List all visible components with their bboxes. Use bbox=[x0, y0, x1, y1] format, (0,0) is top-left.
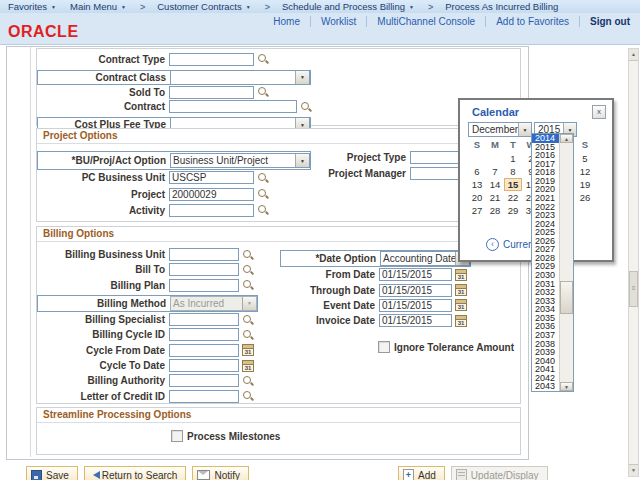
scroll-up-icon[interactable] bbox=[629, 49, 638, 61]
header-link[interactable]: Worklist bbox=[310, 16, 366, 27]
breadcrumb-item[interactable]: > Favorites ▼ bbox=[8, 1, 56, 12]
scrollbar-thumb[interactable] bbox=[629, 271, 638, 307]
breadcrumb-item[interactable]: > Schedule and Process Billing ▼ bbox=[265, 1, 414, 12]
calendar-day[interactable]: 28 bbox=[486, 204, 504, 217]
field-label: Letter of Credit ID bbox=[37, 391, 165, 402]
text-input[interactable] bbox=[169, 279, 239, 292]
calendar-day[interactable]: 19 bbox=[576, 178, 594, 191]
calendar-day[interactable]: 26 bbox=[576, 191, 594, 204]
dropdown[interactable]: As Incurred▼ bbox=[170, 296, 257, 311]
text-input[interactable] bbox=[169, 100, 297, 113]
text-input[interactable] bbox=[169, 359, 239, 372]
form-row: Letter of Credit ID ▼ bbox=[37, 389, 520, 404]
scroll-down-icon[interactable] bbox=[629, 464, 638, 476]
calendar-day[interactable]: 29 bbox=[504, 204, 522, 217]
field-label: *Date Option bbox=[281, 253, 376, 264]
sign-out-link[interactable]: Sign out bbox=[579, 16, 636, 27]
calendar-day[interactable]: 13 bbox=[468, 178, 486, 191]
text-input[interactable]: 20000029 bbox=[169, 188, 254, 201]
calendar-prompt-icon[interactable] bbox=[242, 344, 254, 356]
calendar-day[interactable]: 14 bbox=[486, 178, 504, 191]
project-options-groupbox: Project Options *BU/Proj/Act Option Busi… bbox=[36, 128, 521, 222]
text-input[interactable] bbox=[169, 328, 239, 341]
text-input[interactable] bbox=[169, 390, 239, 403]
process-milestones-checkbox[interactable] bbox=[171, 430, 183, 442]
calendar-day[interactable]: 15 bbox=[504, 178, 522, 191]
dropdown[interactable]: Accounting Date▼ bbox=[380, 251, 470, 266]
lookup-icon[interactable] bbox=[300, 101, 312, 113]
text-input[interactable] bbox=[169, 204, 254, 217]
calendar-day[interactable] bbox=[468, 152, 486, 165]
breadcrumb-item[interactable]: > Main Menu ▼ bbox=[70, 1, 126, 12]
text-input[interactable] bbox=[169, 248, 239, 261]
lookup-icon[interactable] bbox=[242, 314, 254, 326]
header-link[interactable]: Add to Favorites bbox=[485, 16, 579, 27]
text-input[interactable] bbox=[169, 374, 239, 387]
text-input[interactable] bbox=[169, 344, 239, 357]
calendar-day[interactable]: 27 bbox=[468, 204, 486, 217]
calendar-day[interactable]: 21 bbox=[486, 191, 504, 204]
lookup-icon[interactable] bbox=[257, 172, 269, 184]
toolbar-left: Save Return to Search Notify bbox=[26, 466, 249, 480]
calendar-day[interactable]: 12 bbox=[576, 165, 594, 178]
calendar-prompt-icon[interactable] bbox=[455, 284, 467, 296]
dropdown-arrow-icon[interactable]: ▼ bbox=[295, 154, 309, 167]
text-input[interactable]: 01/15/2015 bbox=[379, 268, 452, 281]
notify-button[interactable]: Notify bbox=[192, 466, 249, 480]
add-button[interactable]: Add bbox=[398, 466, 445, 480]
lookup-icon[interactable] bbox=[257, 53, 269, 65]
calendar-day[interactable]: 5 bbox=[576, 152, 594, 165]
month-select[interactable]: December ▼ bbox=[468, 122, 532, 137]
calendar-prompt-icon[interactable] bbox=[455, 315, 467, 327]
lookup-icon[interactable] bbox=[257, 204, 269, 216]
update-display-button[interactable]: Update/Display bbox=[451, 466, 548, 480]
dropdown[interactable]: ▼ bbox=[170, 70, 310, 85]
breadcrumb-item[interactable]: > Customer Contracts ▼ bbox=[140, 1, 251, 12]
breadcrumb-item[interactable]: > Process As Incurred Billing ▼ bbox=[428, 1, 558, 12]
calendar-day[interactable] bbox=[486, 152, 504, 165]
year-option[interactable]: 2043 bbox=[532, 382, 560, 391]
calendar-prompt-icon[interactable] bbox=[455, 269, 467, 281]
text-input[interactable]: 01/15/2015 bbox=[379, 314, 452, 327]
scrollbar-thumb[interactable] bbox=[560, 281, 573, 314]
text-input[interactable]: 01/15/2015 bbox=[379, 284, 452, 297]
header-link[interactable]: MultiChannel Console bbox=[366, 16, 485, 27]
text-input[interactable]: USCSP bbox=[169, 171, 254, 184]
calendar-prompt-icon[interactable] bbox=[242, 360, 254, 372]
lookup-icon[interactable] bbox=[242, 249, 254, 261]
section-title: Project Options bbox=[37, 129, 520, 144]
lookup-icon[interactable] bbox=[257, 86, 269, 98]
dropdown-arrow-icon[interactable]: ▼ bbox=[295, 71, 309, 84]
calendar-day[interactable]: 6 bbox=[468, 165, 486, 178]
text-input[interactable] bbox=[169, 313, 239, 326]
ignore-tolerance-checkbox[interactable] bbox=[378, 341, 390, 353]
lookup-icon[interactable] bbox=[242, 390, 254, 402]
return-to-search-button[interactable]: Return to Search bbox=[84, 466, 187, 480]
calendar-day[interactable]: 20 bbox=[468, 191, 486, 204]
lookup-icon[interactable] bbox=[242, 329, 254, 341]
text-input[interactable] bbox=[169, 53, 254, 66]
calendar-prompt-icon[interactable] bbox=[455, 299, 467, 311]
lookup-icon[interactable] bbox=[242, 279, 254, 291]
calendar-day[interactable]: 8 bbox=[504, 165, 522, 178]
scroll-down-icon[interactable] bbox=[560, 382, 573, 391]
dropdown[interactable]: Business Unit/Project▼ bbox=[170, 153, 310, 168]
text-input[interactable] bbox=[169, 263, 239, 276]
vertical-scrollbar[interactable] bbox=[628, 48, 639, 477]
calendar-day[interactable]: 22 bbox=[504, 191, 522, 204]
lookup-icon[interactable] bbox=[257, 188, 269, 200]
calendar-day[interactable]: 7 bbox=[486, 165, 504, 178]
field-label: Activity bbox=[37, 205, 165, 216]
dropdown-arrow-icon[interactable]: ▼ bbox=[518, 123, 531, 136]
year-list-scrollbar[interactable] bbox=[559, 134, 573, 391]
calendar-day[interactable]: 1 bbox=[504, 152, 522, 165]
lookup-icon[interactable] bbox=[242, 375, 254, 387]
save-button[interactable]: Save bbox=[26, 466, 78, 480]
close-icon[interactable]: x bbox=[592, 105, 606, 119]
lookup-icon[interactable] bbox=[242, 264, 254, 276]
scroll-up-icon[interactable] bbox=[560, 134, 573, 143]
text-input[interactable]: 01/15/2015 bbox=[379, 299, 452, 312]
text-input[interactable] bbox=[169, 86, 254, 99]
header-link[interactable]: Home bbox=[263, 16, 310, 27]
dropdown-arrow-icon[interactable]: ▼ bbox=[242, 297, 256, 310]
